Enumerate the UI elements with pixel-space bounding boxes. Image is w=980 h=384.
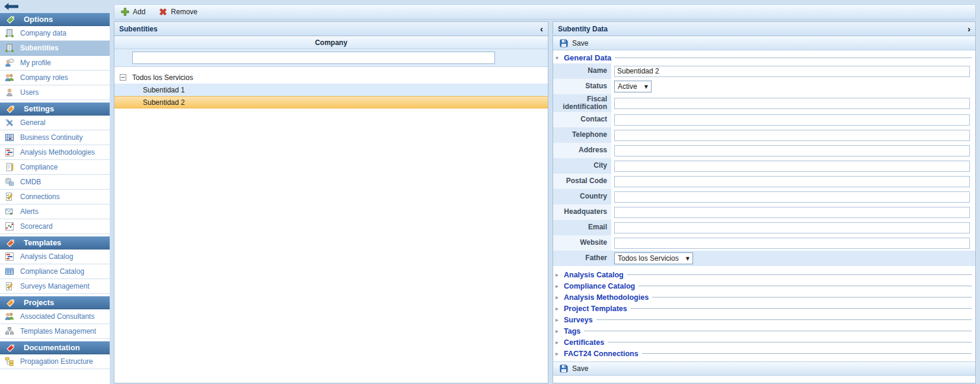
divider bbox=[652, 297, 972, 297]
back-arrow-icon[interactable] bbox=[4, 2, 19, 11]
telephone-input[interactable] bbox=[614, 130, 970, 141]
chevron-right-icon: ▸ bbox=[556, 283, 564, 289]
org-chart-icon bbox=[5, 327, 14, 336]
tree-item-subentidad-1[interactable]: Subentidad 1 bbox=[114, 84, 548, 96]
section-certificates[interactable]: ▸ Certificates bbox=[556, 337, 972, 348]
sidebar-item-alerts[interactable]: Alerts bbox=[0, 204, 110, 219]
form-row-headquaters: Headquaters bbox=[553, 204, 975, 220]
sidebar-item-compliance-catalog[interactable]: Compliance Catalog bbox=[0, 264, 110, 279]
subentities-tree: − Todos los Servicios Subentidad 1 Suben… bbox=[114, 67, 548, 108]
form-row-country: Country bbox=[553, 189, 975, 204]
sidebar-item-company-data[interactable]: Company data bbox=[0, 26, 110, 41]
sidebar-item-associated-consultants[interactable]: Associated Consultants bbox=[0, 309, 110, 324]
sidebar-item-compliance[interactable]: Compliance bbox=[0, 160, 110, 175]
company-filter-input[interactable] bbox=[132, 52, 495, 64]
name-input[interactable] bbox=[614, 66, 970, 77]
chevron-right-icon: ▸ bbox=[556, 350, 564, 357]
save-button[interactable]: Save bbox=[557, 37, 590, 49]
database-icon bbox=[5, 177, 14, 187]
tree-collapse-icon[interactable]: − bbox=[120, 74, 126, 81]
sidebar-item-general[interactable]: General bbox=[0, 116, 110, 130]
divider bbox=[615, 57, 972, 58]
sidebar-item-subentities[interactable]: Subentities bbox=[0, 41, 110, 56]
sidebar-item-templates-management[interactable]: Templates Management bbox=[0, 324, 110, 339]
tree-item-root[interactable]: − Todos los Servicios bbox=[114, 71, 548, 84]
company-column-header: Company bbox=[114, 36, 548, 49]
contact-input[interactable] bbox=[614, 114, 970, 126]
sidebar-item-surveys-management[interactable]: Surveys Management bbox=[0, 279, 110, 294]
divider bbox=[642, 353, 972, 354]
sidebar-top-bar bbox=[0, 0, 110, 13]
building-icon bbox=[5, 28, 14, 38]
mail-icon bbox=[5, 207, 14, 216]
sidebar-item-cmdb[interactable]: CMDB bbox=[0, 175, 110, 190]
section-fact24-connections[interactable]: ▸ FACT24 Connections bbox=[556, 348, 972, 359]
divider bbox=[639, 286, 972, 286]
country-input[interactable] bbox=[614, 191, 970, 203]
save-toolbar-bottom: Save bbox=[553, 361, 975, 376]
sidebar-item-connections[interactable]: Connections bbox=[0, 190, 110, 204]
city-input[interactable] bbox=[614, 161, 970, 172]
gantt-chart-icon bbox=[5, 148, 14, 157]
people-icon bbox=[5, 312, 14, 321]
chevron-right-icon: ▸ bbox=[556, 339, 564, 345]
form-row-address: Address bbox=[553, 143, 975, 158]
add-button[interactable]: Add bbox=[118, 6, 148, 18]
section-surveys[interactable]: ▸ Surveys bbox=[556, 314, 972, 325]
form-row-father: Father Todos los Servicios ▼ bbox=[553, 251, 975, 266]
subentities-panel-header: Subentities ‹ bbox=[114, 22, 548, 36]
building-icon bbox=[5, 43, 14, 53]
headquaters-input[interactable] bbox=[614, 207, 970, 218]
save-button-bottom[interactable]: Save bbox=[557, 363, 590, 375]
remove-button[interactable]: Remove bbox=[156, 6, 200, 18]
collapse-right-icon[interactable]: › bbox=[968, 24, 971, 33]
form-row-postal-code: Postal Code bbox=[553, 174, 975, 189]
father-select[interactable]: Todos los Servicios ▼ bbox=[614, 252, 693, 264]
tree-item-subentidad-2[interactable]: Subentidad 2 bbox=[114, 96, 548, 108]
website-input[interactable] bbox=[614, 238, 970, 249]
propagation-chart-icon bbox=[5, 357, 14, 366]
sidebar-section-projects: Projects bbox=[0, 296, 110, 309]
general-data-section-header[interactable]: ▾ General Data bbox=[556, 53, 972, 62]
section-project-templates[interactable]: ▸ Project Templates bbox=[556, 303, 972, 314]
fiscal-identification-input[interactable] bbox=[614, 98, 970, 109]
scatter-chart-icon bbox=[5, 222, 14, 231]
sidebar-item-scorecard[interactable]: Scorecard bbox=[0, 219, 110, 234]
collapse-left-icon[interactable]: ‹ bbox=[540, 24, 543, 33]
form-row-fiscal-identification: Fiscal identification bbox=[553, 94, 975, 112]
sidebar-section-templates: Templates bbox=[0, 236, 110, 249]
subentity-data-panel-header: Subentity Data › bbox=[553, 22, 975, 36]
sidebar-item-propagation-estructure[interactable]: Propagation Estructure bbox=[0, 354, 110, 369]
checklist-pencil-icon bbox=[5, 281, 14, 291]
tag-icon bbox=[6, 15, 15, 24]
divider bbox=[627, 274, 972, 275]
tools-icon bbox=[5, 118, 14, 127]
section-analysis-methodologies[interactable]: ▸ Analysis Methodologies bbox=[556, 292, 972, 303]
address-input[interactable] bbox=[614, 145, 970, 156]
sidebar-item-analysis-methodologies[interactable]: Analysis Methodologies bbox=[0, 145, 110, 160]
table-grid-icon bbox=[5, 267, 14, 276]
chevron-right-icon: ▸ bbox=[556, 305, 564, 312]
chevron-down-icon: ▼ bbox=[686, 256, 689, 261]
tag-icon bbox=[6, 343, 15, 353]
sidebar-item-company-roles[interactable]: Company roles bbox=[0, 71, 110, 85]
tag-icon bbox=[6, 238, 15, 248]
sidebar-section-settings: Settings bbox=[0, 103, 110, 116]
sidebar-item-business-continuity[interactable]: Business Continuity bbox=[0, 130, 110, 145]
postal-code-input[interactable] bbox=[614, 176, 970, 187]
form-row-name: Name bbox=[553, 63, 975, 79]
section-analysis-catalog[interactable]: ▸ Analysis Catalog bbox=[556, 269, 972, 280]
sidebar-item-my-profile[interactable]: My profile bbox=[0, 56, 110, 71]
section-tags[interactable]: ▸ Tags bbox=[556, 325, 972, 337]
gantt-chart-icon bbox=[5, 252, 14, 261]
tag-icon bbox=[6, 298, 15, 308]
company-filter-row bbox=[114, 49, 548, 67]
sidebar-item-users[interactable]: Users bbox=[0, 85, 110, 100]
divider bbox=[608, 342, 972, 343]
sidebar-item-analysis-catalog[interactable]: Analysis Catalog bbox=[0, 249, 110, 264]
section-compliance-catalog[interactable]: ▸ Compliance Catalog bbox=[556, 280, 972, 292]
email-input[interactable] bbox=[614, 222, 970, 233]
status-select[interactable]: Active ▼ bbox=[614, 81, 652, 92]
subentity-data-panel: Subentity Data › Save ▾ General Data Nam… bbox=[553, 21, 976, 383]
floppy-disk-icon bbox=[559, 364, 569, 373]
